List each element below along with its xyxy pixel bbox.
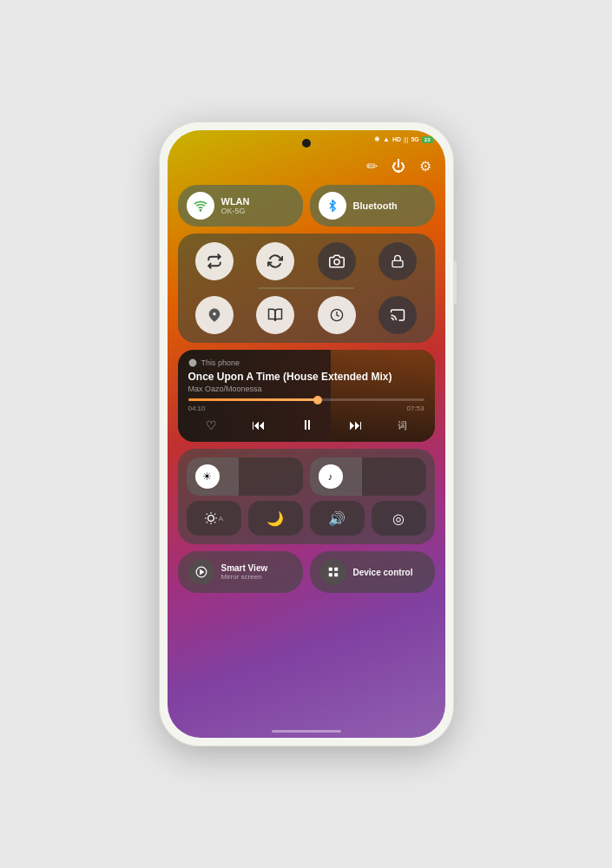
svg-rect-12 — [328, 573, 332, 576]
device-control-label: Device control — [353, 568, 413, 577]
smart-view-sublabel: Mirror screen — [221, 573, 268, 581]
progress-bar[interactable] — [188, 398, 424, 401]
settings-icon[interactable]: ⚙ — [419, 158, 431, 174]
vibrate-btn[interactable]: ◎ — [372, 501, 426, 536]
control-panel: ✏ ⏻ ⚙ WLAN — [178, 156, 435, 724]
time-row: 04:10 07:53 — [188, 404, 424, 412]
wlan-label: WLAN — [221, 196, 250, 207]
music-controls: ♡ ⏮ ⏸ ⏭ 词 — [188, 418, 424, 433]
edit-icon[interactable]: ✏ — [366, 158, 378, 174]
svg-rect-11 — [334, 568, 338, 571]
side-button[interactable] — [453, 260, 457, 304]
wlan-icon — [187, 192, 214, 220]
bluetooth-status-icon: ✱ — [374, 135, 380, 143]
auto-brightness-btn[interactable]: A — [187, 501, 241, 536]
music-source-text: This phone — [201, 358, 240, 367]
music-source: This phone — [188, 358, 424, 367]
wlan-sublabel: OK-5G — [221, 207, 250, 215]
phone-frame: ✱ ▲ HD ||| 5G 23 ✏ ⏻ ⚙ — [159, 122, 454, 746]
volume-slider[interactable]: ♪ — [310, 457, 426, 496]
time-total: 07:53 — [406, 404, 424, 412]
grid-divider — [258, 287, 353, 289]
sub-controls-right: 🔊 ◎ — [310, 501, 426, 536]
brightness-slider[interactable]: ☀ — [187, 457, 303, 496]
grid-row-2 — [187, 296, 426, 334]
sound-mode-btn[interactable]: 🔊 — [310, 501, 365, 536]
slider-row-2: A 🌙 🔊 ◎ — [187, 501, 426, 536]
smart-view-label: Smart View — [221, 563, 268, 573]
power-icon[interactable]: ⏻ — [392, 159, 405, 174]
reader-btn[interactable] — [256, 296, 294, 334]
svg-rect-13 — [334, 573, 338, 576]
bluetooth-label: Bluetooth — [353, 201, 398, 211]
cast-btn[interactable] — [378, 296, 417, 334]
smart-view-icon — [188, 559, 214, 585]
device-control-icon — [320, 559, 346, 585]
timer-btn[interactable] — [318, 296, 356, 334]
prev-button[interactable]: ⏮ — [252, 418, 266, 433]
svg-point-0 — [200, 210, 201, 211]
smart-view-text: Smart View Mirror screen — [221, 563, 268, 581]
signal-icon: ||| — [404, 136, 408, 142]
camera-notch — [302, 139, 311, 148]
bluetooth-icon — [319, 192, 346, 220]
top-actions: ✏ ⏻ ⚙ — [178, 156, 435, 176]
slider-row-1: ☀ ♪ — [187, 457, 426, 496]
bottom-row: Smart View Mirror screen Device control — [178, 551, 435, 593]
wlan-toggle[interactable]: WLAN OK-5G — [178, 185, 303, 227]
grid-row-1 — [187, 242, 426, 280]
home-indicator[interactable] — [272, 730, 341, 733]
location-btn[interactable] — [195, 296, 234, 334]
screenshot-btn[interactable] — [318, 242, 356, 280]
volume-icon: ♪ — [319, 464, 343, 489]
wifi-status-icon: ▲ — [383, 135, 390, 143]
device-control-text: Device control — [353, 568, 413, 577]
svg-point-7 — [207, 516, 214, 522]
svg-point-1 — [334, 260, 339, 265]
dark-mode-btn[interactable]: 🌙 — [248, 501, 303, 536]
sliders-panel: ☀ ♪ A 🌙 — [178, 449, 435, 544]
pause-button[interactable]: ⏸ — [300, 418, 314, 433]
svg-rect-10 — [328, 568, 332, 571]
grid-panel — [178, 233, 435, 343]
quick-toggle-row: WLAN OK-5G Bluetooth — [178, 185, 435, 227]
5g-icon: 5G — [411, 136, 418, 142]
music-title: Once Upon A Time (House Extended Mix) — [188, 371, 424, 383]
music-player: This phone Once Upon A Time (House Exten… — [178, 350, 435, 442]
svg-point-3 — [213, 312, 216, 316]
device-control-btn[interactable]: Device control — [310, 551, 435, 593]
heart-button[interactable]: ♡ — [206, 418, 217, 432]
phone-screen: ✱ ▲ HD ||| 5G 23 ✏ ⏻ ⚙ — [168, 130, 445, 738]
time-current: 04:10 — [188, 404, 206, 412]
bluetooth-toggle[interactable]: Bluetooth — [310, 185, 435, 227]
wlan-text: WLAN OK-5G — [221, 196, 250, 215]
next-button[interactable]: ⏭ — [349, 418, 363, 433]
svg-marker-9 — [200, 570, 203, 575]
battery-icon: 23 — [422, 136, 433, 143]
sync-btn[interactable] — [256, 242, 294, 280]
bluetooth-text: Bluetooth — [353, 201, 398, 211]
sub-controls-left: A 🌙 — [187, 501, 303, 536]
brightness-icon: ☀ — [195, 464, 220, 489]
data-transfer-btn[interactable] — [195, 242, 234, 280]
music-content: This phone Once Upon A Time (House Exten… — [188, 358, 424, 433]
svg-rect-2 — [392, 260, 403, 266]
lock-btn[interactable] — [378, 242, 417, 280]
lyrics-button[interactable]: 词 — [398, 419, 407, 432]
hd-icon: HD — [392, 136, 401, 142]
status-bar: ✱ ▲ HD ||| 5G 23 — [374, 135, 433, 143]
smart-view-btn[interactable]: Smart View Mirror screen — [178, 551, 303, 593]
music-artist: Max Oazo/Moonessa — [188, 385, 424, 393]
